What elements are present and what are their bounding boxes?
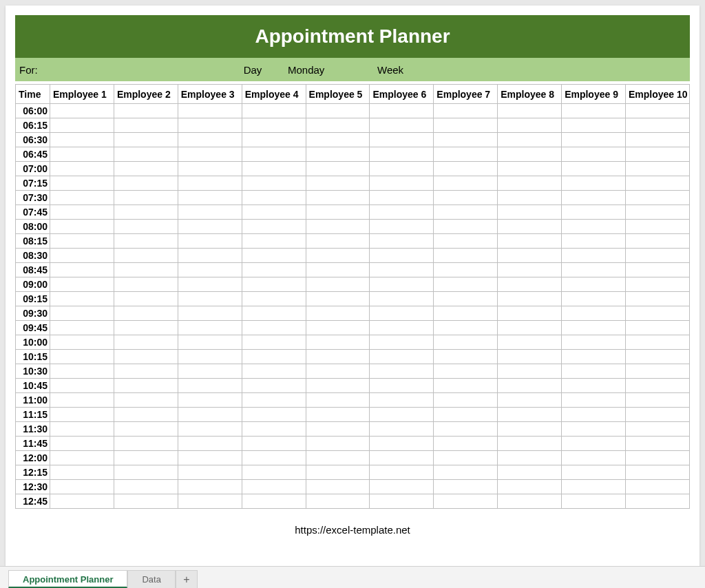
appointment-cell[interactable]: [306, 408, 370, 422]
appointment-cell[interactable]: [434, 408, 498, 422]
appointment-cell[interactable]: [434, 205, 498, 220]
appointment-cell[interactable]: [242, 249, 306, 263]
appointment-cell[interactable]: [178, 292, 242, 306]
appointment-cell[interactable]: [306, 451, 370, 465]
appointment-cell[interactable]: [178, 118, 242, 133]
appointment-cell[interactable]: [306, 364, 370, 379]
appointment-cell[interactable]: [242, 480, 306, 494]
appointment-cell[interactable]: [434, 104, 498, 118]
appointment-cell[interactable]: [498, 422, 562, 437]
appointment-cell[interactable]: [498, 234, 562, 249]
appointment-cell[interactable]: [562, 350, 626, 364]
appointment-cell[interactable]: [498, 191, 562, 205]
appointment-cell[interactable]: [114, 277, 178, 292]
appointment-cell[interactable]: [306, 249, 370, 263]
appointment-cell[interactable]: [242, 364, 306, 379]
appointment-cell[interactable]: [242, 147, 306, 162]
appointment-cell[interactable]: [370, 422, 434, 437]
appointment-cell[interactable]: [626, 292, 690, 306]
appointment-cell[interactable]: [178, 205, 242, 220]
appointment-cell[interactable]: [626, 379, 690, 393]
appointment-cell[interactable]: [114, 437, 178, 451]
appointment-cell[interactable]: [370, 494, 434, 509]
appointment-cell[interactable]: [114, 263, 178, 277]
appointment-cell[interactable]: [562, 408, 626, 422]
appointment-cell[interactable]: [114, 249, 178, 263]
appointment-cell[interactable]: [498, 335, 562, 350]
appointment-cell[interactable]: [242, 350, 306, 364]
appointment-cell[interactable]: [370, 176, 434, 191]
appointment-cell[interactable]: [370, 437, 434, 451]
appointment-cell[interactable]: [562, 480, 626, 494]
appointment-cell[interactable]: [434, 133, 498, 147]
appointment-cell[interactable]: [370, 364, 434, 379]
appointment-cell[interactable]: [498, 480, 562, 494]
appointment-cell[interactable]: [242, 133, 306, 147]
appointment-cell[interactable]: [242, 191, 306, 205]
appointment-cell[interactable]: [306, 321, 370, 335]
appointment-cell[interactable]: [306, 104, 370, 118]
appointment-cell[interactable]: [178, 451, 242, 465]
appointment-cell[interactable]: [434, 306, 498, 321]
appointment-cell[interactable]: [562, 162, 626, 176]
appointment-cell[interactable]: [562, 494, 626, 509]
appointment-cell[interactable]: [114, 465, 178, 480]
appointment-cell[interactable]: [626, 205, 690, 220]
appointment-cell[interactable]: [178, 350, 242, 364]
appointment-cell[interactable]: [50, 364, 114, 379]
appointment-cell[interactable]: [306, 335, 370, 350]
appointment-cell[interactable]: [306, 147, 370, 162]
appointment-cell[interactable]: [50, 205, 114, 220]
appointment-cell[interactable]: [50, 147, 114, 162]
appointment-cell[interactable]: [306, 191, 370, 205]
appointment-cell[interactable]: [178, 364, 242, 379]
appointment-cell[interactable]: [434, 277, 498, 292]
appointment-cell[interactable]: [498, 162, 562, 176]
appointment-cell[interactable]: [114, 480, 178, 494]
appointment-cell[interactable]: [562, 321, 626, 335]
appointment-cell[interactable]: [178, 437, 242, 451]
appointment-cell[interactable]: [562, 118, 626, 133]
appointment-cell[interactable]: [242, 162, 306, 176]
appointment-cell[interactable]: [626, 437, 690, 451]
appointment-cell[interactable]: [178, 176, 242, 191]
appointment-cell[interactable]: [562, 133, 626, 147]
appointment-cell[interactable]: [498, 379, 562, 393]
appointment-cell[interactable]: [306, 234, 370, 249]
appointment-cell[interactable]: [242, 379, 306, 393]
appointment-cell[interactable]: [178, 220, 242, 234]
appointment-cell[interactable]: [50, 263, 114, 277]
appointment-cell[interactable]: [434, 147, 498, 162]
appointment-cell[interactable]: [498, 220, 562, 234]
appointment-cell[interactable]: [306, 176, 370, 191]
appointment-cell[interactable]: [50, 118, 114, 133]
appointment-cell[interactable]: [626, 277, 690, 292]
appointment-cell[interactable]: [178, 335, 242, 350]
appointment-cell[interactable]: [626, 162, 690, 176]
appointment-cell[interactable]: [370, 162, 434, 176]
appointment-cell[interactable]: [50, 494, 114, 509]
appointment-cell[interactable]: [498, 408, 562, 422]
appointment-cell[interactable]: [306, 133, 370, 147]
appointment-cell[interactable]: [306, 480, 370, 494]
appointment-cell[interactable]: [434, 321, 498, 335]
appointment-cell[interactable]: [434, 437, 498, 451]
appointment-cell[interactable]: [562, 249, 626, 263]
appointment-cell[interactable]: [562, 422, 626, 437]
appointment-cell[interactable]: [50, 306, 114, 321]
appointment-cell[interactable]: [562, 437, 626, 451]
appointment-cell[interactable]: [178, 393, 242, 408]
appointment-cell[interactable]: [50, 321, 114, 335]
appointment-cell[interactable]: [306, 306, 370, 321]
appointment-cell[interactable]: [114, 379, 178, 393]
appointment-cell[interactable]: [434, 422, 498, 437]
appointment-cell[interactable]: [626, 393, 690, 408]
appointment-cell[interactable]: [50, 292, 114, 306]
appointment-cell[interactable]: [178, 104, 242, 118]
appointment-cell[interactable]: [498, 205, 562, 220]
appointment-cell[interactable]: [114, 162, 178, 176]
appointment-cell[interactable]: [562, 465, 626, 480]
appointment-cell[interactable]: [114, 364, 178, 379]
appointment-cell[interactable]: [50, 234, 114, 249]
appointment-cell[interactable]: [370, 118, 434, 133]
